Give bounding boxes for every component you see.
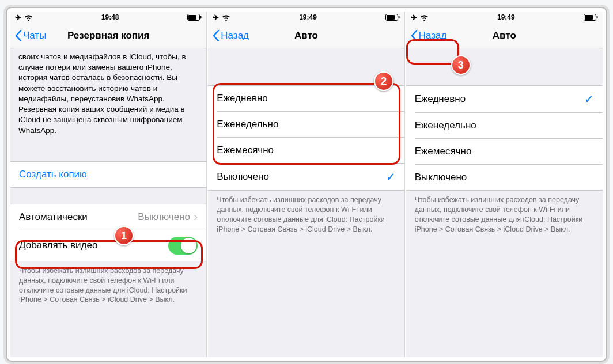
freq-option-label: Ежедневно bbox=[415, 93, 466, 105]
check-icon: ✓ bbox=[386, 170, 396, 184]
nav-bar: Чаты Резервная копия bbox=[10, 23, 206, 48]
include-video-switch[interactable] bbox=[168, 237, 198, 255]
wifi-icon bbox=[222, 14, 230, 21]
video-label: Добавлять видео bbox=[19, 240, 97, 251]
svg-rect-2 bbox=[200, 16, 202, 19]
footer-note: Чтобы избежать излишних расходов за пере… bbox=[208, 191, 404, 239]
wifi-icon bbox=[24, 14, 33, 21]
freq-option-2[interactable]: Ежемесячно bbox=[406, 139, 603, 164]
freq-option-label: Ежемесячно bbox=[217, 145, 274, 156]
freq-option-3[interactable]: Выключено bbox=[406, 165, 603, 190]
freq-option-1[interactable]: Еженедельно bbox=[406, 113, 603, 138]
status-bar: ✈ 19:49 bbox=[406, 12, 603, 23]
chevron-left-icon bbox=[411, 30, 418, 41]
clock: 19:49 bbox=[299, 13, 317, 21]
freq-option-label: Выключено bbox=[415, 172, 467, 183]
footer-note: Чтобы избежать излишних расходов за пере… bbox=[406, 191, 603, 239]
freq-option-0[interactable]: Ежедневно bbox=[208, 86, 404, 111]
freq-option-2[interactable]: Ежемесячно bbox=[208, 138, 404, 163]
nav-bar: Назад Авто bbox=[208, 23, 404, 48]
chevron-left-icon bbox=[15, 30, 22, 41]
back-button[interactable]: Назад bbox=[411, 30, 447, 41]
clock: 19:49 bbox=[497, 13, 515, 21]
battery-icon bbox=[584, 14, 598, 21]
freq-option-label: Еженедельно bbox=[217, 119, 278, 130]
airplane-icon: ✈ bbox=[411, 13, 417, 22]
airplane-icon: ✈ bbox=[213, 13, 219, 22]
status-bar: ✈ 19:48 bbox=[10, 12, 206, 23]
phone-screen-2: ✈ 19:49 Назад Авто ЕжедневноЕженедельноЕ… bbox=[208, 12, 404, 357]
back-label: Назад bbox=[221, 30, 249, 41]
nav-bar: Назад Авто bbox=[406, 23, 603, 48]
chevron-left-icon bbox=[213, 30, 220, 41]
freq-option-label: Ежедневно bbox=[217, 93, 267, 104]
svg-rect-8 bbox=[596, 16, 597, 19]
include-video-row: Добавлять видео bbox=[10, 230, 206, 261]
freq-option-label: Ежемесячно bbox=[415, 146, 472, 157]
back-label: Назад bbox=[419, 30, 447, 41]
back-button[interactable]: Чаты bbox=[15, 30, 46, 41]
auto-backup-row[interactable]: Автоматически Выключено › bbox=[10, 204, 206, 230]
screenshot-triptych: ✈ 19:48 Чаты Резервная копия своих чатов… bbox=[6, 7, 607, 362]
freq-option-0[interactable]: Ежедневно✓ bbox=[406, 86, 603, 112]
freq-option-label: Выключено bbox=[217, 171, 269, 183]
phone-screen-3: ✈ 19:49 Назад Авто Ежедневно✓Еженедельно… bbox=[406, 12, 603, 357]
check-icon: ✓ bbox=[584, 92, 594, 106]
phone-screen-1: ✈ 19:48 Чаты Резервная копия своих чатов… bbox=[10, 12, 207, 357]
back-label: Чаты bbox=[23, 30, 46, 41]
auto-label: Автоматически bbox=[19, 211, 88, 223]
footer-note: Чтобы избежать излишних расходов за пере… bbox=[10, 261, 206, 310]
badge-1: 1 bbox=[114, 226, 134, 245]
svg-rect-1 bbox=[188, 15, 196, 20]
backup-description: своих чатов и медиафайлов в iCloud, чтоб… bbox=[10, 48, 206, 144]
freq-option-3[interactable]: Выключено✓ bbox=[208, 164, 404, 190]
auto-value: Выключено bbox=[138, 211, 190, 223]
status-bar: ✈ 19:49 bbox=[208, 12, 404, 23]
badge-3: 3 bbox=[451, 55, 471, 75]
svg-rect-4 bbox=[387, 15, 395, 20]
back-button[interactable]: Назад bbox=[213, 30, 249, 41]
battery-icon bbox=[187, 14, 202, 21]
create-backup-button[interactable]: Создать копию bbox=[10, 162, 206, 187]
freq-option-1[interactable]: Еженедельно bbox=[208, 112, 404, 137]
wifi-icon bbox=[420, 14, 429, 21]
clock: 19:48 bbox=[101, 13, 119, 21]
airplane-icon: ✈ bbox=[15, 13, 21, 22]
svg-rect-7 bbox=[585, 15, 593, 20]
svg-rect-5 bbox=[398, 16, 399, 19]
battery-icon bbox=[385, 14, 400, 21]
freq-option-label: Еженедельно bbox=[415, 120, 476, 131]
